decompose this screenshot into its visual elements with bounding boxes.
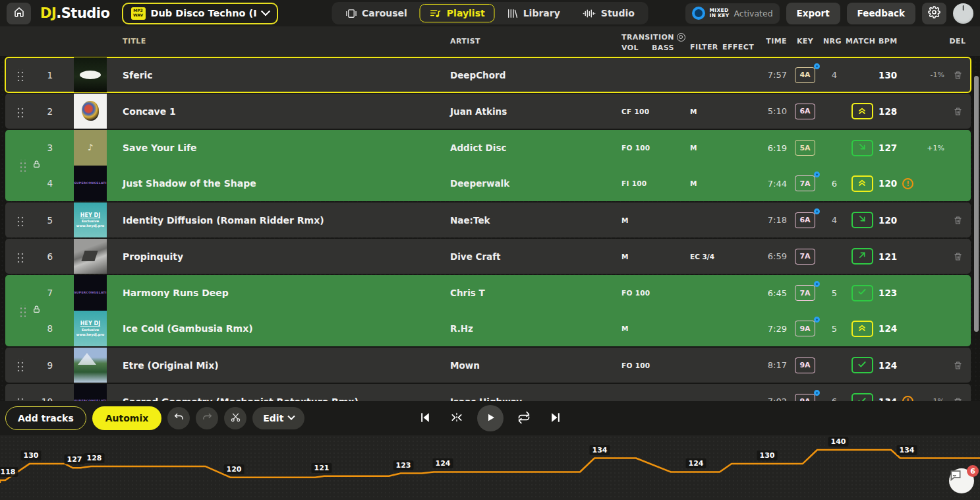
delete-track-button[interactable] [953,215,963,226]
match-badge[interactable] [851,393,873,401]
delete-track-button[interactable] [953,70,963,80]
match-badge[interactable] [851,321,873,337]
key-badge[interactable]: 7A [795,249,815,265]
drag-handle-icon[interactable] [18,305,26,317]
drag-handle-icon[interactable] [16,69,24,81]
key-badge[interactable]: 9A [795,358,815,373]
track-title[interactable]: Propinquity [107,251,450,262]
column-header-key[interactable]: KEY [787,37,823,46]
column-header-title[interactable]: TITLE [107,37,450,46]
track-title[interactable]: Harmony Runs Deep [107,288,450,298]
transition-vol-value[interactable]: CF 100 [621,108,652,115]
tab-studio[interactable]: Studio [573,4,645,22]
track-title[interactable]: Identity Diffusion (Roman Ridder Rmx) [107,215,450,226]
skip-end-button[interactable] [544,407,567,429]
transition-vol-value[interactable]: M [621,325,652,332]
settings-button[interactable] [922,3,946,24]
table-row[interactable]: 7 SUPERCONGELATI Harmony Runs Deep Chris… [5,275,971,311]
match-badge[interactable] [851,285,873,301]
filter-value[interactable]: M [690,179,722,187]
table-row[interactable]: 6 Propinquity Dive Craft M EC 3/4 6:59 7… [5,239,971,274]
user-avatar[interactable] [953,3,973,24]
column-header-transition[interactable]: TRANSITION VOLBASS [621,31,690,52]
transition-vol-value[interactable]: FI 100 [621,179,652,187]
chat-button[interactable]: 6 [949,468,974,493]
drag-handle-icon[interactable] [18,160,26,172]
tab-carousel[interactable]: Carousel [335,4,417,22]
key-badge[interactable]: 7A [795,285,815,301]
match-badge[interactable] [851,248,873,265]
match-badge[interactable] [851,103,873,119]
playlist-selector[interactable]: MP3 WAV Dub Disco Techno (I [122,3,278,24]
column-header-bpm[interactable]: BPM [879,37,902,46]
table-row[interactable]: 9 Etre (Original Mix) Mown FO 100 8:17 9… [5,348,971,383]
transition-vol-value[interactable]: M [621,216,652,224]
vertical-scrollbar[interactable] [974,76,979,332]
delete-track-button[interactable] [953,360,963,371]
key-badge[interactable]: 5A [795,140,815,156]
transition-vol-value[interactable]: FO 100 [621,361,652,369]
lock-icon[interactable] [32,160,41,172]
bpm-chart[interactable]: 118130127128120121123124134124130140134 … [0,435,980,500]
match-badge[interactable] [851,357,873,373]
table-row[interactable]: 8 HEY DJExclusivewww.heydj.pro Ice Cold … [5,311,971,346]
column-header-time[interactable]: TIME [763,37,787,46]
table-row[interactable]: 2 Concave 1 Juan Atkins CF 100 M 5:10 6A… [5,94,971,129]
filter-value[interactable]: M [690,144,722,152]
filter-value[interactable]: M [690,108,722,115]
cut-button[interactable] [224,407,246,429]
mixed-in-key-badge[interactable]: MIXEDIN KEY Activated [685,3,780,24]
key-badge[interactable]: 7A [795,175,815,191]
key-badge[interactable]: 4A [795,67,815,83]
delete-track-button[interactable] [953,251,963,262]
column-header-vol[interactable]: VOL [621,44,652,52]
track-title[interactable]: Just Shadow of the Shape [107,178,450,189]
column-header-bass[interactable]: BASS [652,44,674,52]
table-row[interactable]: 5 HEY DJExclusivewww.heydj.pro Identity … [5,203,971,237]
play-button[interactable] [477,405,504,431]
key-badge[interactable]: 9A [795,321,815,336]
drag-handle-icon[interactable] [16,396,24,402]
column-header-effect[interactable]: EFFECT [722,32,763,51]
tab-playlist[interactable]: Playlist [420,4,495,22]
lock-icon[interactable] [32,305,41,317]
track-title[interactable]: Etre (Original Mix) [107,360,450,371]
home-button[interactable] [7,3,31,24]
table-row[interactable]: 4 SUPERCONGELATI Just Shadow of the Shap… [5,166,971,201]
track-title[interactable]: Ice Cold (Gambusia Rmx) [107,323,450,334]
tab-library[interactable]: Library [498,4,570,22]
redo-button[interactable] [196,407,218,429]
automix-button[interactable]: Automix [92,406,162,430]
bpm-warning-icon[interactable]: ! [902,396,913,401]
match-badge[interactable] [851,175,873,192]
split-at-playhead-button[interactable] [446,407,468,429]
track-title[interactable]: Save Your Life [107,142,450,153]
column-header-artist[interactable]: ARTIST [450,37,621,46]
transition-vol-value[interactable]: M [621,253,652,261]
undo-button[interactable] [167,407,190,429]
bpm-warning-icon[interactable]: ! [902,178,913,189]
feedback-button[interactable]: Feedback [847,3,915,24]
column-header-match[interactable]: MATCH [846,37,879,46]
transition-preview-icon[interactable] [677,33,685,42]
transition-vol-value[interactable]: FO 100 [621,289,652,297]
add-tracks-button[interactable]: Add tracks [5,406,86,430]
column-header-filter[interactable]: FILTER [690,32,722,51]
skip-start-button[interactable] [414,407,436,429]
filter-value[interactable]: EC 3/4 [690,253,722,261]
key-badge[interactable]: 6A [795,104,815,119]
repeat-button[interactable] [513,407,535,429]
key-badge[interactable]: 9A [795,394,815,402]
transition-vol-value[interactable]: FO 100 [621,144,652,152]
key-badge[interactable]: 6A [795,212,815,228]
export-button[interactable]: Export [786,3,840,24]
column-header-nrg[interactable]: NRG [823,37,846,46]
track-title[interactable]: Sferic [107,70,450,80]
drag-handle-icon[interactable] [16,359,24,371]
drag-handle-icon[interactable] [16,251,24,263]
table-row[interactable]: 1 Sferic DeepChord 7:57 4A 4 130 -1% [5,57,971,92]
drag-handle-icon[interactable] [16,214,24,226]
track-title[interactable]: Concave 1 [107,106,450,117]
table-row[interactable]: 3 Save Your Life Addict Disc FO 100 M 6:… [5,130,971,166]
delete-track-button[interactable] [953,106,963,117]
